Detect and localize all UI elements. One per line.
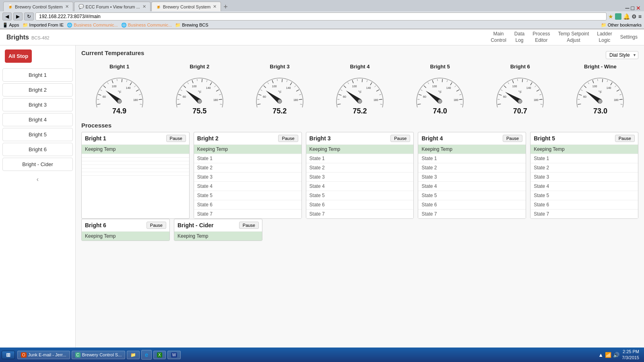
state-0-0: Keeping Temp <box>82 145 189 154</box>
state-2-0: Keeping Temp <box>306 145 414 154</box>
svg-text:180: 180 <box>213 99 218 101</box>
temp-label-2: Bright 3 <box>270 64 289 70</box>
svg-line-223 <box>615 86 617 87</box>
new-tab-button[interactable]: + <box>223 3 228 11</box>
sidebar-item-4[interactable]: Bright 5 <box>2 128 73 141</box>
sidebar-item-2[interactable]: Bright 3 <box>2 98 73 111</box>
apps-bookmark[interactable]: 📱 Apps <box>2 23 19 28</box>
forward-button[interactable]: ▶ <box>13 12 23 21</box>
sidebar-collapse-button[interactable]: ‹ <box>0 173 75 186</box>
svg-line-77 <box>296 90 299 91</box>
maximize-button[interactable]: □ <box>631 5 634 11</box>
svg-text:140: 140 <box>526 86 531 89</box>
svg-line-108 <box>370 82 372 85</box>
gauge-4: 2060100140180220 °F <box>412 71 468 105</box>
bottom-card-header-1: Bright - Cider Pause <box>174 219 262 232</box>
svg-line-188 <box>518 79 518 81</box>
svg-text:°F: °F <box>518 90 522 94</box>
state-4-4: State 4 <box>530 182 638 191</box>
pause-button-0[interactable]: Pause <box>166 135 186 142</box>
state-0-1 <box>82 154 189 158</box>
svg-line-120 <box>341 90 342 91</box>
sidebar-item-5[interactable]: Bright 6 <box>2 143 73 156</box>
taskbar-clock[interactable]: 2:25 PM 7/3/2015 <box>622 349 642 360</box>
svg-line-39 <box>192 80 193 83</box>
sidebar-item-1[interactable]: Bright 2 <box>2 83 73 97</box>
temp-label-1: Bright 2 <box>190 64 209 70</box>
temperatures-section: Current Temperatures Dial Style Bright 1… <box>81 49 638 115</box>
taskbar-item-excel[interactable]: X <box>153 351 166 359</box>
svg-line-107 <box>362 79 362 82</box>
nav-main-control[interactable]: Main Control <box>491 31 506 43</box>
back-button[interactable]: ◀ <box>2 12 12 21</box>
pause-button-4[interactable]: Pause <box>615 135 635 142</box>
svg-line-9 <box>130 82 131 85</box>
close-button[interactable]: ✕ <box>636 5 641 11</box>
svg-point-98 <box>278 99 282 103</box>
svg-line-138 <box>432 80 433 83</box>
imported-bookmark[interactable]: 📁 Imported From IE <box>23 23 64 28</box>
taskbar-arrow-icon[interactable]: ▲ <box>598 352 603 358</box>
nav-settings[interactable]: Settings <box>620 34 638 41</box>
taskbar-email-label: Junk E-mail - Jerr... <box>28 352 66 357</box>
svg-text:180: 180 <box>293 99 298 101</box>
tab-3[interactable]: 🍺 Brewery Control System ✕ <box>151 2 221 11</box>
taskbar-item-email[interactable]: O Junk E-mail - Jerr... <box>17 351 70 359</box>
svg-line-154 <box>428 82 429 84</box>
sidebar-item-3[interactable]: Bright 4 <box>2 113 73 126</box>
svg-point-131 <box>358 99 362 103</box>
address-bar[interactable] <box>35 12 607 21</box>
dial-style-select[interactable]: Dial Style <box>606 51 638 59</box>
menu-icon[interactable]: ≡ <box>638 13 642 20</box>
bottom-card-1: Bright - Cider Pause Keeping Temp <box>174 219 262 241</box>
state-1-2: State 2 <box>194 163 301 173</box>
extension-icon-1 <box>615 13 621 20</box>
gauge-1: 2060100140180220 °F <box>171 71 228 105</box>
bottom-pause-button-1[interactable]: Pause <box>239 222 259 229</box>
business2-bookmark[interactable]: 🌐 Business Communic... <box>121 23 172 28</box>
tab-1[interactable]: 🍺 Brewery Control System ✕ <box>3 2 73 11</box>
svg-line-35 <box>177 104 180 105</box>
processes-section: Processes Bright 1 Pause Keeping Temp Br… <box>81 122 638 241</box>
taskbar-item-folder[interactable]: 📁 <box>127 351 140 359</box>
taskbar-item-brewery[interactable]: C Brewery Control S... <box>72 351 126 359</box>
minimize-button[interactable]: ─ <box>625 5 630 11</box>
tab-3-close[interactable]: ✕ <box>213 4 217 9</box>
pause-button-1[interactable]: Pause <box>278 135 298 142</box>
bottom-pause-button-0[interactable]: Pause <box>147 222 166 229</box>
temp-label-6: Bright - Wine <box>584 64 617 70</box>
pause-button-3[interactable]: Pause <box>503 135 522 142</box>
pause-button-2[interactable]: Pause <box>390 135 410 142</box>
brewing-bookmark[interactable]: 📁 Brewing BCS <box>175 23 208 28</box>
ie-icon: e <box>145 352 148 358</box>
all-stop-button[interactable]: All Stop <box>5 49 32 63</box>
star-icon[interactable]: ★ <box>608 13 613 20</box>
svg-line-78 <box>299 99 302 100</box>
sidebar-item-0[interactable]: Bright 1 <box>2 68 73 82</box>
nav-data-log[interactable]: Data Log <box>514 31 524 43</box>
svg-text:60: 60 <box>103 95 106 98</box>
excel-icon: X <box>157 352 162 358</box>
nav-process-editor[interactable]: Process Editor <box>533 31 550 43</box>
svg-line-21 <box>100 90 102 91</box>
reload-button[interactable]: ↻ <box>24 12 34 21</box>
state-4-5: State 5 <box>530 191 638 200</box>
taskbar-item-ie[interactable]: e <box>141 350 152 360</box>
nav-ladder-logic[interactable]: Ladder Logic <box>597 31 612 43</box>
svg-line-221 <box>598 79 598 81</box>
svg-line-209 <box>617 90 619 91</box>
svg-line-44 <box>216 90 219 91</box>
svg-text:100: 100 <box>432 85 437 88</box>
start-button[interactable]: ⊞ <box>2 351 15 359</box>
tab-2[interactable]: 💬 ECC Forum • View forum ... ✕ <box>74 2 151 11</box>
nav-temp-setpoint[interactable]: Temp Setpoint Adjust <box>558 31 589 43</box>
business1-bookmark[interactable]: 🌐 Business Communic... <box>67 23 118 28</box>
other-bookmarks[interactable]: 📁 Other bookmarks <box>601 23 642 28</box>
state-1-6: State 6 <box>194 200 301 210</box>
tab-1-close[interactable]: ✕ <box>65 4 69 9</box>
tab-2-close[interactable]: ✕ <box>142 4 146 9</box>
taskbar-item-word[interactable]: W <box>167 351 181 359</box>
svg-line-124 <box>374 86 376 87</box>
svg-line-121 <box>348 82 349 84</box>
sidebar-item-6[interactable]: Bright - Cider <box>2 158 73 171</box>
